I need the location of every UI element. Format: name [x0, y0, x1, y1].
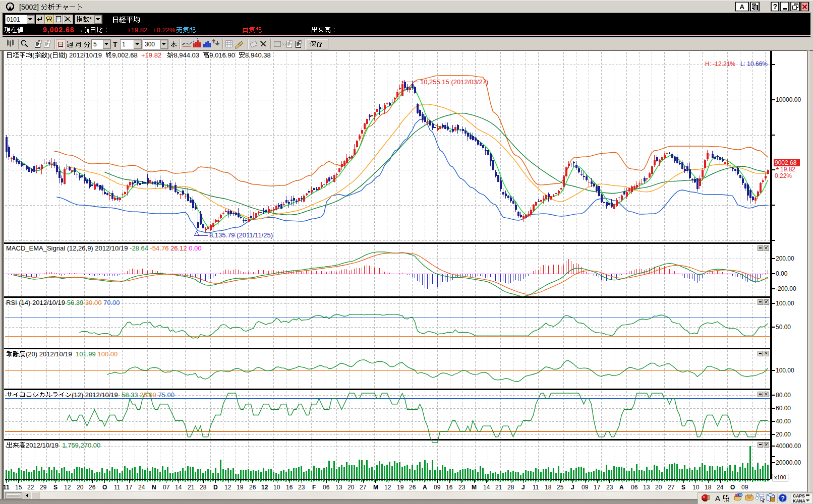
svg-text:20: 20	[77, 484, 84, 491]
svg-text:(20) 2012/10/19: (20) 2012/10/19	[26, 350, 72, 358]
svg-text:8,135.79 (2011/11/25): 8,135.79 (2011/11/25)	[209, 231, 273, 239]
svg-text:L: 10.66%: L: 10.66%	[740, 60, 768, 68]
svg-text:9,002.68: 9,002.68	[43, 26, 75, 34]
svg-text:D: D	[213, 484, 218, 491]
svg-text:0.00: 0.00	[776, 270, 788, 277]
svg-text:) 2012/10/19: ) 2012/10/19	[65, 51, 102, 59]
svg-text:11: 11	[533, 484, 539, 491]
svg-text:21: 21	[188, 484, 195, 491]
svg-text:20000.00: 20000.00	[776, 459, 801, 466]
svg-text:75.00: 75.00	[158, 391, 175, 399]
svg-text:(: (	[32, 51, 35, 59]
svg-text:24: 24	[717, 484, 724, 491]
svg-text:24: 24	[138, 484, 145, 491]
svg-text:+19.82: +19.82	[127, 26, 147, 34]
svg-text:12: 12	[224, 484, 231, 491]
svg-text:13: 13	[643, 484, 650, 491]
svg-text:21: 21	[495, 484, 502, 491]
svg-text:80.00: 80.00	[776, 392, 791, 399]
svg-text:16: 16	[286, 484, 293, 491]
svg-text:?: ?	[773, 3, 778, 11]
svg-text:11: 11	[114, 484, 121, 491]
svg-text:A: A	[619, 484, 624, 491]
svg-text:27: 27	[360, 484, 367, 491]
svg-text:A: A	[423, 484, 427, 491]
svg-text:40000.00: 40000.00	[776, 443, 801, 450]
svg-text:A: A	[715, 494, 720, 502]
svg-text:22: 22	[27, 484, 34, 491]
svg-text:+0.22%: +0.22%	[153, 26, 176, 34]
svg-text:14: 14	[483, 484, 490, 491]
svg-text:28: 28	[507, 484, 514, 491]
svg-text:26: 26	[89, 484, 96, 491]
svg-text:20: 20	[347, 484, 355, 491]
svg-text:16: 16	[446, 484, 453, 491]
svg-text:[5002]: [5002]	[19, 3, 39, 11]
svg-text:300: 300	[145, 41, 155, 48]
svg-text:10: 10	[692, 484, 700, 491]
svg-text:26.12: 26.12	[170, 244, 187, 252]
svg-text:T: T	[113, 40, 118, 48]
svg-text:15: 15	[15, 484, 22, 491]
svg-text:0101: 0101	[7, 16, 20, 23]
svg-text:19: 19	[397, 484, 404, 491]
svg-text:N: N	[152, 484, 156, 491]
svg-text:20: 20	[655, 484, 662, 491]
svg-text:23: 23	[298, 484, 305, 491]
svg-text:26: 26	[249, 484, 256, 491]
svg-text:12: 12	[384, 484, 391, 491]
svg-text:?: ?	[781, 495, 785, 502]
svg-text:100.00: 100.00	[776, 367, 794, 374]
svg-text:06: 06	[631, 484, 638, 491]
svg-text:KANA: KANA	[793, 498, 805, 503]
svg-text:09: 09	[741, 484, 748, 491]
svg-text:30.00: 30.00	[85, 299, 102, 306]
svg-text:13: 13	[335, 484, 342, 491]
svg-text:-54.76: -54.76	[150, 244, 169, 252]
svg-text:14: 14	[175, 484, 182, 491]
svg-text:O: O	[102, 484, 107, 491]
svg-text:28: 28	[200, 484, 207, 491]
svg-text:MACD_EMA_Signal (12,26,9) 2012: MACD_EMA_Signal (12,26,9) 2012/10/19	[6, 244, 128, 252]
svg-text:23: 23	[606, 484, 613, 491]
svg-text:25.00: 25.00	[140, 391, 156, 399]
svg-text:CAPS: CAPS	[793, 493, 805, 498]
svg-text:0.00: 0.00	[189, 244, 201, 252]
svg-text:P: P	[38, 40, 40, 43]
svg-text:09: 09	[434, 484, 441, 491]
svg-text:23: 23	[458, 484, 466, 491]
svg-text:9002.68: 9002.68	[775, 159, 797, 166]
svg-text:60.00: 60.00	[776, 405, 791, 412]
svg-text:RSI (14) 2012/10/19: RSI (14) 2012/10/19	[6, 299, 65, 306]
svg-text:-200.00: -200.00	[776, 285, 796, 292]
svg-text:17: 17	[126, 484, 133, 491]
svg-text:25: 25	[557, 484, 564, 491]
svg-text:S: S	[681, 484, 685, 491]
svg-text:10,255.15 (2012/03/27): 10,255.15 (2012/03/27)	[420, 78, 488, 86]
svg-text:P: P	[47, 40, 49, 43]
svg-text:8,944.03: 8,944.03	[173, 51, 199, 59]
svg-text:17: 17	[594, 484, 601, 491]
svg-text:29: 29	[40, 484, 47, 491]
svg-text:100.00: 100.00	[97, 350, 118, 358]
svg-text:→: →	[77, 26, 83, 34]
svg-text:F: F	[312, 484, 316, 491]
svg-text:26: 26	[409, 484, 416, 491]
svg-text:A: A	[740, 3, 745, 11]
svg-text:1: 1	[122, 41, 126, 48]
svg-text:+19.82: +19.82	[141, 51, 161, 59]
svg-text:11: 11	[3, 484, 10, 491]
svg-text:9,002.68: 9,002.68	[112, 51, 138, 59]
svg-text:-28.64: -28.64	[130, 244, 148, 252]
svg-text:(12) 2012/10/19: (12) 2012/10/19	[72, 391, 118, 399]
svg-text:19.82: 19.82	[780, 166, 795, 173]
svg-text:O: O	[730, 484, 735, 491]
svg-text:19: 19	[237, 484, 244, 491]
svg-text:27: 27	[668, 484, 675, 491]
svg-text:58.33: 58.33	[122, 391, 138, 399]
svg-text:56.39: 56.39	[67, 299, 84, 306]
svg-text:P: P	[290, 40, 292, 43]
svg-text:0.22%: 0.22%	[775, 172, 792, 179]
svg-text:101.99: 101.99	[76, 350, 96, 358]
svg-text:J: J	[521, 484, 525, 491]
